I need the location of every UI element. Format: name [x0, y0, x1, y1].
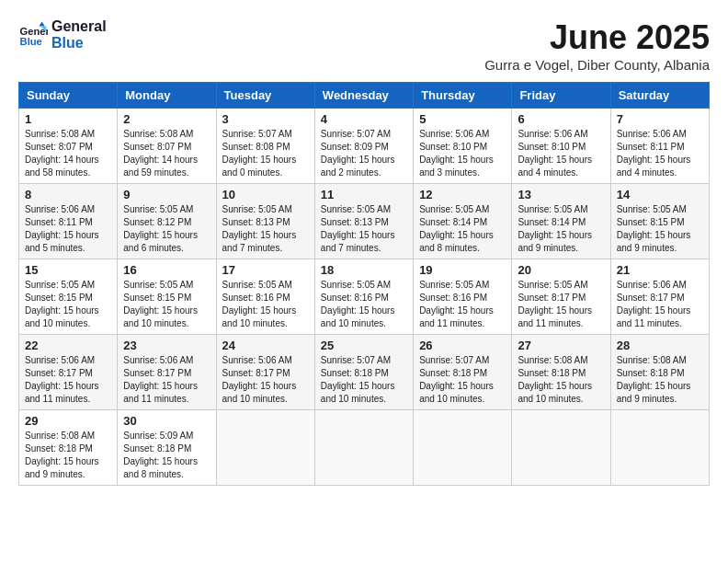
weekday-header: Monday	[118, 83, 216, 109]
calendar-week-row: 22 Sunrise: 5:06 AMSunset: 8:17 PMDaylig…	[19, 335, 710, 410]
day-info: Sunrise: 5:06 AMSunset: 8:10 PMDaylight:…	[518, 128, 604, 179]
day-number: 21	[617, 263, 703, 277]
day-info: Sunrise: 5:05 AMSunset: 8:16 PMDaylight:…	[321, 279, 407, 330]
calendar-table: SundayMondayTuesdayWednesdayThursdayFrid…	[18, 82, 710, 486]
day-number: 22	[25, 339, 111, 352]
calendar-cell: 26 Sunrise: 5:07 AMSunset: 8:18 PMDaylig…	[414, 335, 512, 410]
day-number: 12	[419, 188, 506, 201]
calendar-cell: 29 Sunrise: 5:08 AMSunset: 8:18 PMDaylig…	[19, 410, 118, 486]
calendar-cell	[216, 410, 314, 486]
calendar-cell	[314, 410, 413, 486]
day-number: 26	[419, 339, 506, 352]
calendar-cell: 20 Sunrise: 5:05 AMSunset: 8:17 PMDaylig…	[512, 259, 610, 335]
day-number: 1	[25, 112, 111, 126]
svg-text:Blue: Blue	[20, 36, 42, 47]
day-info: Sunrise: 5:08 AMSunset: 8:07 PMDaylight:…	[123, 128, 210, 179]
day-number: 2	[123, 112, 210, 126]
day-info: Sunrise: 5:07 AMSunset: 8:18 PMDaylight:…	[419, 354, 506, 406]
calendar-cell: 6 Sunrise: 5:06 AMSunset: 8:10 PMDayligh…	[512, 109, 610, 184]
title-section: June 2025 Gurra e Vogel, Diber County, A…	[484, 18, 710, 73]
svg-marker-2	[39, 21, 44, 26]
day-number: 27	[518, 339, 604, 352]
logo-icon: General Blue	[18, 20, 48, 50]
calendar-cell: 5 Sunrise: 5:06 AMSunset: 8:10 PMDayligh…	[414, 109, 512, 184]
day-number: 9	[123, 188, 210, 201]
day-info: Sunrise: 5:05 AMSunset: 8:15 PMDaylight:…	[617, 203, 703, 255]
day-info: Sunrise: 5:05 AMSunset: 8:13 PMDaylight:…	[222, 203, 309, 255]
calendar-cell: 3 Sunrise: 5:07 AMSunset: 8:08 PMDayligh…	[216, 109, 314, 184]
day-info: Sunrise: 5:07 AMSunset: 8:09 PMDaylight:…	[321, 128, 407, 179]
calendar-cell: 7 Sunrise: 5:06 AMSunset: 8:11 PMDayligh…	[610, 109, 709, 184]
day-number: 17	[222, 263, 309, 277]
day-number: 29	[25, 414, 111, 428]
logo: General Blue General Blue	[18, 18, 107, 51]
calendar-week-row: 8 Sunrise: 5:06 AMSunset: 8:11 PMDayligh…	[19, 184, 710, 259]
calendar-cell: 27 Sunrise: 5:08 AMSunset: 8:18 PMDaylig…	[512, 335, 610, 410]
calendar-cell	[512, 410, 610, 486]
day-number: 23	[123, 339, 210, 352]
day-info: Sunrise: 5:06 AMSunset: 8:17 PMDaylight:…	[123, 354, 210, 406]
day-info: Sunrise: 5:05 AMSunset: 8:15 PMDaylight:…	[123, 279, 210, 330]
day-number: 10	[222, 188, 309, 201]
calendar-cell: 22 Sunrise: 5:06 AMSunset: 8:17 PMDaylig…	[19, 335, 118, 410]
day-info: Sunrise: 5:09 AMSunset: 8:18 PMDaylight:…	[123, 430, 210, 481]
day-number: 14	[617, 188, 703, 201]
calendar-cell: 8 Sunrise: 5:06 AMSunset: 8:11 PMDayligh…	[19, 184, 118, 259]
calendar-cell: 9 Sunrise: 5:05 AMSunset: 8:12 PMDayligh…	[118, 184, 216, 259]
day-number: 4	[321, 112, 407, 126]
calendar-cell: 4 Sunrise: 5:07 AMSunset: 8:09 PMDayligh…	[314, 109, 413, 184]
weekday-header: Thursday	[414, 83, 512, 109]
weekday-header: Wednesday	[314, 83, 413, 109]
calendar-cell: 1 Sunrise: 5:08 AMSunset: 8:07 PMDayligh…	[19, 109, 118, 184]
calendar-cell	[414, 410, 512, 486]
calendar-cell: 14 Sunrise: 5:05 AMSunset: 8:15 PMDaylig…	[610, 184, 709, 259]
calendar-cell: 19 Sunrise: 5:05 AMSunset: 8:16 PMDaylig…	[414, 259, 512, 335]
day-info: Sunrise: 5:08 AMSunset: 8:18 PMDaylight:…	[617, 354, 703, 406]
calendar-header-row: SundayMondayTuesdayWednesdayThursdayFrid…	[19, 83, 710, 109]
day-info: Sunrise: 5:06 AMSunset: 8:17 PMDaylight:…	[222, 354, 309, 406]
calendar-cell: 21 Sunrise: 5:06 AMSunset: 8:17 PMDaylig…	[610, 259, 709, 335]
day-info: Sunrise: 5:07 AMSunset: 8:08 PMDaylight:…	[222, 128, 309, 179]
day-info: Sunrise: 5:08 AMSunset: 8:07 PMDaylight:…	[25, 128, 111, 179]
day-number: 11	[321, 188, 407, 201]
weekday-header: Friday	[512, 83, 610, 109]
day-number: 15	[25, 263, 111, 277]
day-number: 30	[123, 414, 210, 428]
location: Gurra e Vogel, Diber County, Albania	[484, 57, 710, 73]
day-number: 19	[419, 263, 506, 277]
weekday-header: Saturday	[610, 83, 709, 109]
day-info: Sunrise: 5:05 AMSunset: 8:14 PMDaylight:…	[518, 203, 604, 255]
day-info: Sunrise: 5:05 AMSunset: 8:13 PMDaylight:…	[321, 203, 407, 255]
day-number: 7	[617, 112, 703, 126]
day-info: Sunrise: 5:05 AMSunset: 8:17 PMDaylight:…	[518, 279, 604, 330]
page-header: General Blue General Blue June 2025 Gurr…	[18, 18, 710, 73]
day-info: Sunrise: 5:05 AMSunset: 8:12 PMDaylight:…	[123, 203, 210, 255]
day-info: Sunrise: 5:05 AMSunset: 8:16 PMDaylight:…	[222, 279, 309, 330]
day-number: 25	[321, 339, 407, 352]
day-number: 20	[518, 263, 604, 277]
calendar-cell: 15 Sunrise: 5:05 AMSunset: 8:15 PMDaylig…	[19, 259, 118, 335]
day-number: 8	[25, 188, 111, 201]
calendar-cell: 28 Sunrise: 5:08 AMSunset: 8:18 PMDaylig…	[610, 335, 709, 410]
calendar-cell: 16 Sunrise: 5:05 AMSunset: 8:15 PMDaylig…	[118, 259, 216, 335]
calendar-week-row: 1 Sunrise: 5:08 AMSunset: 8:07 PMDayligh…	[19, 109, 710, 184]
day-number: 13	[518, 188, 604, 201]
calendar-cell: 13 Sunrise: 5:05 AMSunset: 8:14 PMDaylig…	[512, 184, 610, 259]
day-info: Sunrise: 5:06 AMSunset: 8:17 PMDaylight:…	[617, 279, 703, 330]
logo-line1: General	[51, 18, 107, 34]
month-title: June 2025	[484, 18, 710, 57]
day-number: 16	[123, 263, 210, 277]
calendar-cell: 24 Sunrise: 5:06 AMSunset: 8:17 PMDaylig…	[216, 335, 314, 410]
weekday-header: Tuesday	[216, 83, 314, 109]
day-info: Sunrise: 5:05 AMSunset: 8:16 PMDaylight:…	[419, 279, 506, 330]
calendar-cell: 23 Sunrise: 5:06 AMSunset: 8:17 PMDaylig…	[118, 335, 216, 410]
day-number: 3	[222, 112, 309, 126]
day-info: Sunrise: 5:05 AMSunset: 8:14 PMDaylight:…	[419, 203, 506, 255]
logo-line2: Blue	[51, 35, 84, 51]
calendar-cell: 12 Sunrise: 5:05 AMSunset: 8:14 PMDaylig…	[414, 184, 512, 259]
calendar-week-row: 29 Sunrise: 5:08 AMSunset: 8:18 PMDaylig…	[19, 410, 710, 486]
day-number: 18	[321, 263, 407, 277]
day-number: 28	[617, 339, 703, 352]
day-info: Sunrise: 5:06 AMSunset: 8:10 PMDaylight:…	[419, 128, 506, 179]
calendar-cell: 17 Sunrise: 5:05 AMSunset: 8:16 PMDaylig…	[216, 259, 314, 335]
